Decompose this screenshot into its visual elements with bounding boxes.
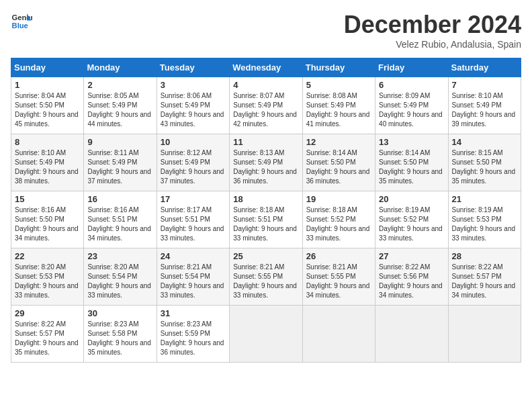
cell-info: Sunrise: 8:18 AMSunset: 5:52 PMDaylight:… xyxy=(306,205,371,243)
header-tuesday: Tuesday xyxy=(157,58,229,77)
month-title: December 2024 xyxy=(344,11,521,39)
header-wednesday: Wednesday xyxy=(230,58,302,77)
day-number: 20 xyxy=(379,194,444,204)
header-saturday: Saturday xyxy=(448,58,521,77)
calendar-cell: 28Sunrise: 8:22 AMSunset: 5:57 PMDayligh… xyxy=(448,248,521,306)
page-header: General Blue December 2024 Velez Rubio, … xyxy=(11,11,521,50)
cell-info: Sunrise: 8:18 AMSunset: 5:51 PMDaylight:… xyxy=(233,205,298,243)
header-friday: Friday xyxy=(375,58,448,77)
day-number: 5 xyxy=(306,80,371,90)
cell-info: Sunrise: 8:16 AMSunset: 5:51 PMDaylight:… xyxy=(87,205,152,243)
calendar-cell: 23Sunrise: 8:20 AMSunset: 5:54 PMDayligh… xyxy=(84,248,157,306)
cell-info: Sunrise: 8:11 AMSunset: 5:49 PMDaylight:… xyxy=(87,148,152,186)
calendar-cell: 29Sunrise: 8:22 AMSunset: 5:57 PMDayligh… xyxy=(11,306,84,363)
calendar-cell: 26Sunrise: 8:21 AMSunset: 5:55 PMDayligh… xyxy=(302,248,375,306)
calendar-cell: 18Sunrise: 8:18 AMSunset: 5:51 PMDayligh… xyxy=(230,191,302,248)
calendar-cell: 6Sunrise: 8:09 AMSunset: 5:49 PMDaylight… xyxy=(375,77,448,134)
day-number: 6 xyxy=(379,80,444,90)
day-number: 31 xyxy=(161,308,226,318)
cell-info: Sunrise: 8:20 AMSunset: 5:53 PMDaylight:… xyxy=(15,263,80,300)
cell-info: Sunrise: 8:21 AMSunset: 5:54 PMDaylight:… xyxy=(161,263,226,300)
header-thursday: Thursday xyxy=(302,58,375,77)
cell-info: Sunrise: 8:23 AMSunset: 5:58 PMDaylight:… xyxy=(87,320,152,357)
cell-info: Sunrise: 8:14 AMSunset: 5:50 PMDaylight:… xyxy=(306,148,371,186)
calendar-header-row: SundayMondayTuesdayWednesdayThursdayFrid… xyxy=(11,58,521,77)
calendar-cell: 30Sunrise: 8:23 AMSunset: 5:58 PMDayligh… xyxy=(84,306,157,363)
calendar-cell: 7Sunrise: 8:10 AMSunset: 5:49 PMDaylight… xyxy=(448,77,521,134)
cell-info: Sunrise: 8:19 AMSunset: 5:53 PMDaylight:… xyxy=(452,205,517,243)
logo: General Blue xyxy=(11,11,32,32)
week-row-4: 22Sunrise: 8:20 AMSunset: 5:53 PMDayligh… xyxy=(11,248,521,306)
day-number: 26 xyxy=(306,251,371,261)
cell-info: Sunrise: 8:07 AMSunset: 5:49 PMDaylight:… xyxy=(233,91,298,129)
calendar-cell: 3Sunrise: 8:06 AMSunset: 5:49 PMDaylight… xyxy=(157,77,229,134)
calendar-cell: 2Sunrise: 8:05 AMSunset: 5:49 PMDaylight… xyxy=(84,77,157,134)
day-number: 8 xyxy=(15,137,80,147)
calendar-cell: 20Sunrise: 8:19 AMSunset: 5:52 PMDayligh… xyxy=(375,191,448,248)
cell-info: Sunrise: 8:22 AMSunset: 5:56 PMDaylight:… xyxy=(379,263,444,300)
day-number: 27 xyxy=(379,251,444,261)
calendar-cell: 10Sunrise: 8:12 AMSunset: 5:49 PMDayligh… xyxy=(157,134,229,191)
svg-text:Blue: Blue xyxy=(12,21,28,30)
week-row-1: 1Sunrise: 8:04 AMSunset: 5:50 PMDaylight… xyxy=(11,77,521,134)
cell-info: Sunrise: 8:10 AMSunset: 5:49 PMDaylight:… xyxy=(452,91,517,129)
calendar-cell: 12Sunrise: 8:14 AMSunset: 5:50 PMDayligh… xyxy=(302,134,375,191)
calendar-cell: 16Sunrise: 8:16 AMSunset: 5:51 PMDayligh… xyxy=(84,191,157,248)
calendar-cell: 13Sunrise: 8:14 AMSunset: 5:50 PMDayligh… xyxy=(375,134,448,191)
cell-info: Sunrise: 8:19 AMSunset: 5:52 PMDaylight:… xyxy=(379,205,444,243)
cell-info: Sunrise: 8:15 AMSunset: 5:50 PMDaylight:… xyxy=(452,148,517,186)
calendar-cell xyxy=(230,306,302,363)
calendar-cell: 5Sunrise: 8:08 AMSunset: 5:49 PMDaylight… xyxy=(302,77,375,134)
calendar-cell: 4Sunrise: 8:07 AMSunset: 5:49 PMDaylight… xyxy=(230,77,302,134)
week-row-5: 29Sunrise: 8:22 AMSunset: 5:57 PMDayligh… xyxy=(11,306,521,363)
day-number: 12 xyxy=(306,137,371,147)
day-number: 15 xyxy=(15,194,80,204)
day-number: 19 xyxy=(306,194,371,204)
calendar-cell: 9Sunrise: 8:11 AMSunset: 5:49 PMDaylight… xyxy=(84,134,157,191)
day-number: 17 xyxy=(161,194,226,204)
day-number: 1 xyxy=(15,80,80,90)
logo-icon: General Blue xyxy=(11,11,32,32)
cell-info: Sunrise: 8:12 AMSunset: 5:49 PMDaylight:… xyxy=(161,148,226,186)
cell-info: Sunrise: 8:09 AMSunset: 5:49 PMDaylight:… xyxy=(379,91,444,129)
cell-info: Sunrise: 8:05 AMSunset: 5:49 PMDaylight:… xyxy=(87,91,152,129)
cell-info: Sunrise: 8:17 AMSunset: 5:51 PMDaylight:… xyxy=(161,205,226,243)
calendar-cell: 17Sunrise: 8:17 AMSunset: 5:51 PMDayligh… xyxy=(157,191,229,248)
day-number: 9 xyxy=(87,137,152,147)
day-number: 10 xyxy=(161,137,226,147)
cell-info: Sunrise: 8:06 AMSunset: 5:49 PMDaylight:… xyxy=(161,91,226,129)
calendar-cell: 31Sunrise: 8:23 AMSunset: 5:59 PMDayligh… xyxy=(157,306,229,363)
cell-info: Sunrise: 8:16 AMSunset: 5:50 PMDaylight:… xyxy=(15,205,80,243)
calendar-cell: 22Sunrise: 8:20 AMSunset: 5:53 PMDayligh… xyxy=(11,248,84,306)
day-number: 11 xyxy=(233,137,298,147)
cell-info: Sunrise: 8:20 AMSunset: 5:54 PMDaylight:… xyxy=(87,263,152,300)
calendar-cell: 14Sunrise: 8:15 AMSunset: 5:50 PMDayligh… xyxy=(448,134,521,191)
day-number: 21 xyxy=(452,194,517,204)
header-sunday: Sunday xyxy=(11,58,84,77)
cell-info: Sunrise: 8:22 AMSunset: 5:57 PMDaylight:… xyxy=(15,320,80,357)
day-number: 23 xyxy=(87,251,152,261)
day-number: 3 xyxy=(161,80,226,90)
calendar-cell: 25Sunrise: 8:21 AMSunset: 5:55 PMDayligh… xyxy=(230,248,302,306)
calendar-cell xyxy=(375,306,448,363)
title-area: December 2024 Velez Rubio, Andalusia, Sp… xyxy=(344,11,521,50)
day-number: 25 xyxy=(233,251,298,261)
header-monday: Monday xyxy=(84,58,157,77)
cell-info: Sunrise: 8:14 AMSunset: 5:50 PMDaylight:… xyxy=(379,148,444,186)
calendar-cell: 1Sunrise: 8:04 AMSunset: 5:50 PMDaylight… xyxy=(11,77,84,134)
calendar-cell: 19Sunrise: 8:18 AMSunset: 5:52 PMDayligh… xyxy=(302,191,375,248)
calendar-cell: 11Sunrise: 8:13 AMSunset: 5:49 PMDayligh… xyxy=(230,134,302,191)
calendar-cell: 8Sunrise: 8:10 AMSunset: 5:49 PMDaylight… xyxy=(11,134,84,191)
cell-info: Sunrise: 8:23 AMSunset: 5:59 PMDaylight:… xyxy=(161,320,226,357)
calendar-cell: 24Sunrise: 8:21 AMSunset: 5:54 PMDayligh… xyxy=(157,248,229,306)
day-number: 28 xyxy=(452,251,517,261)
day-number: 30 xyxy=(87,308,152,318)
cell-info: Sunrise: 8:21 AMSunset: 5:55 PMDaylight:… xyxy=(306,263,371,300)
calendar-cell: 27Sunrise: 8:22 AMSunset: 5:56 PMDayligh… xyxy=(375,248,448,306)
day-number: 7 xyxy=(452,80,517,90)
day-number: 24 xyxy=(161,251,226,261)
cell-info: Sunrise: 8:04 AMSunset: 5:50 PMDaylight:… xyxy=(15,91,80,129)
calendar-table: SundayMondayTuesdayWednesdayThursdayFrid… xyxy=(11,58,521,363)
calendar-cell xyxy=(448,306,521,363)
day-number: 16 xyxy=(87,194,152,204)
